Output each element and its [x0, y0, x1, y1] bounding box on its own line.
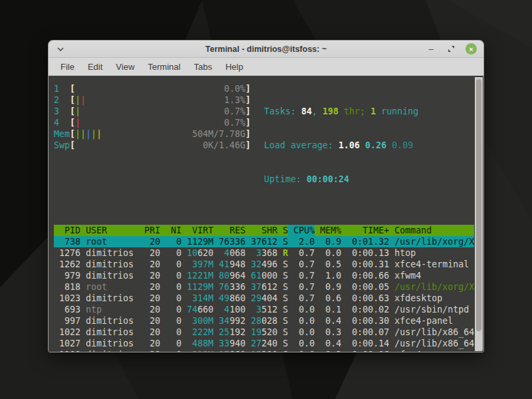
cpu-meter-1: 1[0.0%] — [54, 83, 256, 94]
load-1min: 1.06 — [338, 140, 360, 150]
column-header-shr[interactable]: SHR — [245, 225, 277, 236]
column-header-cpu[interactable]: CPU% — [288, 225, 315, 236]
cpu-meter-2: 2[||1.3%] — [54, 94, 256, 106]
column-header-user[interactable]: USER — [80, 225, 139, 236]
process-row-pid-1022[interactable]: 1022dimitrios200222M2519219520S0.00.30:0… — [54, 327, 474, 338]
load-label: Load average: — [264, 140, 338, 150]
menu-item-edit[interactable]: Edit — [81, 59, 109, 74]
tasks-count: 84 — [301, 106, 312, 116]
column-header-ni[interactable]: NI — [160, 225, 182, 236]
column-header-s[interactable]: S — [277, 225, 288, 236]
process-row-pid-1027[interactable]: 1027dimitrios200488M3394027240S0.00.40:0… — [54, 338, 474, 349]
menubar: FileEditViewTerminalTabsHelp — [49, 58, 483, 76]
scrollbar-thumb[interactable] — [476, 79, 481, 331]
window-title: Terminal - dimitrios@itsfoss: ~ — [49, 45, 483, 54]
column-header-command[interactable]: Command — [389, 225, 474, 236]
process-row-pid-997[interactable]: 997dimitrios200300M3499228028S0.00.40:00… — [54, 315, 474, 327]
swap-meter: Swp[0K/1.46G] — [54, 140, 256, 151]
running-count: 1 — [370, 106, 376, 116]
column-header-virt[interactable]: VIRT — [182, 225, 213, 236]
menu-item-help[interactable]: Help — [219, 59, 250, 74]
menu-item-file[interactable]: File — [54, 59, 81, 74]
process-row-pid-1100[interactable]: 1100dimitrios200219M1786815300S0.00.20:0… — [54, 349, 474, 352]
menu-item-view[interactable]: View — [109, 59, 141, 74]
cpu-meter-4: 4[|0.7%] — [54, 117, 256, 128]
titlebar[interactable]: Terminal - dimitrios@itsfoss: ~ – × — [49, 41, 483, 58]
process-row-pid-738[interactable]: 738root2001129M7633637612S2.00.90:01.32/… — [54, 236, 474, 247]
cpu-memory-meters: 1[0.0%]2[||1.3%]3[|0.7%]4[|0.7%]Mem[||||… — [54, 83, 256, 207]
process-row-pid-1276[interactable]: 1276dimitrios2001062040683368R0.70.00:00… — [54, 247, 474, 259]
process-row-pid-1023[interactable]: 1023dimitrios200314M4986029404S0.70.60:0… — [54, 293, 474, 304]
uptime-label: Uptime: — [264, 174, 307, 184]
restore-button[interactable] — [446, 44, 456, 55]
menu-item-tabs[interactable]: Tabs — [187, 59, 218, 74]
process-row-pid-818[interactable]: 818root2001129M7633637612S0.70.90:00.05/… — [54, 281, 474, 293]
htop-header-meters: 1[0.0%]2[||1.3%]3[|0.7%]4[|0.7%]Mem[||||… — [54, 83, 474, 207]
load-average-line: Load average: 1.06 0.26 0.09 — [264, 140, 418, 151]
process-row-pid-979[interactable]: 979dimitrios2001221M8096461000S0.71.00:0… — [54, 270, 474, 281]
process-row-pid-1262[interactable]: 1262dimitrios200397M4194832496S0.70.50:0… — [54, 259, 474, 270]
close-button[interactable]: × — [466, 43, 477, 55]
process-table-header: PIDUSERPRINIVIRTRESSHRSCPU%MEM%TIME+Comm… — [54, 225, 474, 236]
terminal-window: Terminal - dimitrios@itsfoss: ~ – × File… — [48, 40, 484, 352]
memory-meter: Mem[|||||504M/7.78G] — [54, 128, 256, 140]
desktop-wallpaper: Terminal - dimitrios@itsfoss: ~ – × File… — [0, 0, 532, 399]
uptime-value: 00:00:24 — [307, 174, 349, 184]
menu-item-terminal[interactable]: Terminal — [141, 59, 187, 74]
process-table: 738root2001129M7633637612S2.00.90:01.32/… — [54, 236, 474, 352]
uptime-line: Uptime: 00:00:24 — [264, 174, 418, 185]
column-header-pri[interactable]: PRI — [139, 225, 160, 236]
load-15min: 0.09 — [386, 140, 413, 150]
close-icon: × — [469, 45, 473, 53]
system-stats: Tasks: 84, 198 thr; 1 running Load avera… — [264, 83, 418, 207]
minimize-button[interactable]: – — [426, 44, 436, 55]
cpu-meter-3: 3[|0.7%] — [54, 106, 256, 117]
tasks-line: Tasks: 84, 198 thr; 1 running — [264, 106, 418, 117]
column-header-res[interactable]: RES — [213, 225, 245, 236]
column-header-time[interactable]: TIME+ — [341, 225, 389, 236]
column-header-mem[interactable]: MEM% — [315, 225, 341, 236]
column-header-pid[interactable]: PID — [54, 225, 80, 236]
scrollbar[interactable] — [475, 77, 483, 351]
thread-count: 198 — [323, 106, 338, 116]
load-5min: 0.26 — [360, 140, 386, 150]
window-menu-chevron-icon[interactable] — [55, 44, 66, 55]
terminal-viewport[interactable]: 1[0.0%]2[||1.3%]3[|0.7%]4[|0.7%]Mem[||||… — [49, 77, 483, 352]
process-row-pid-693[interactable]: 693ntp2007466041003512S0.00.10:00.02/usr… — [54, 304, 474, 315]
tasks-label: Tasks: — [264, 106, 301, 116]
